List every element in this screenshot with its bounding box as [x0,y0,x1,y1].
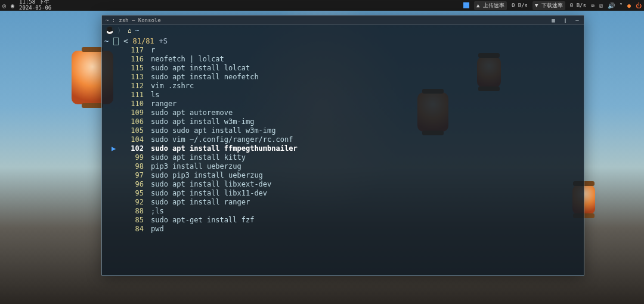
selection-caret-icon [112,82,120,91]
breadcrumb-tilde[interactable]: ~ [135,27,140,35]
selection-caret-icon [112,117,120,126]
tray-status-dot-icon[interactable]: ● [627,2,631,9]
breadcrumb-sep-icon: 〉 [117,26,124,35]
net-download-widget[interactable]: ▼ 下载速率 [532,1,565,10]
list-item[interactable]: 112vim .zshrc [104,82,584,91]
selection-caret-icon [112,162,120,171]
list-item[interactable]: 96sudo apt install libxext-dev [104,180,584,189]
terminal-body[interactable]: ~ < 81/81 +S 117r116neofetch | lolcat115… [102,36,584,275]
list-item[interactable]: 110ranger [104,100,584,108]
tux-icon [106,26,114,35]
upload-icon: ▲ [476,2,479,8]
prompt-cursor-box [113,38,119,45]
konsole-window: ~ : zsh — Konsole ▦ ⫿ — 〉 ⌂ ~ ~ < 81/81 … [101,15,584,276]
list-item[interactable]: 92sudo apt install ranger [104,198,584,207]
list-item[interactable]: 113sudo apt install neofetch [104,73,584,82]
task-square-icon[interactable] [463,2,469,8]
history-number: 116 [127,55,144,64]
prompt-angle-icon: < [123,37,128,46]
history-command: sudo apt install ffmpegthumbnailer [151,144,298,153]
history-number: 96 [127,180,144,189]
history-command: sudo pip3 install ueberzug [151,171,263,180]
top-panel: ◎ ◉ 11:58 下午 2024-05-06 ▲ 上传速率 0 B/s ▼ 下… [0,0,644,11]
breadcrumb: 〉 ⌂ ~ [102,25,584,36]
window-title-prefix: ~ : [106,17,115,23]
history-command: r [151,46,155,55]
history-number: 104 [127,135,144,144]
window-minimize-icon[interactable]: — [574,17,580,23]
history-number: 84 [127,225,144,234]
history-number: 85 [127,216,144,225]
panel-date: 2024-05-06 [19,5,51,11]
fzf-sort-flag: +S [159,37,168,46]
history-command: ls [151,91,159,100]
tray-power-icon[interactable]: ⏻ [636,2,642,9]
list-item[interactable]: 116neofetch | lolcat [104,55,584,64]
download-label: 下载速率 [541,2,563,8]
selection-caret-icon [112,108,120,117]
selection-caret-icon [112,126,120,135]
window-titlebar[interactable]: ~ : zsh — Konsole ▦ ⫿ — [102,15,584,25]
selection-caret-icon [112,153,120,162]
upload-label: 上传速率 [483,2,504,8]
activities-icon[interactable]: ◎ [2,2,6,9]
history-number: 113 [127,73,144,82]
history-command: pip3 install ueberzug [151,162,242,171]
selection-caret-icon [112,55,120,64]
history-number: 106 [127,117,144,126]
selection-caret-icon [112,91,120,100]
list-item[interactable]: 95sudo apt install libx11-dev [104,189,584,198]
selection-caret-icon [112,100,120,108]
list-item[interactable]: 117r [104,46,584,55]
history-command: vim .zshrc [151,82,194,91]
list-item[interactable]: 115sudo apt install lolcat [104,64,584,73]
home-icon[interactable]: ⌂ [128,27,132,35]
list-item[interactable]: 88;ls [104,207,584,216]
list-item[interactable]: 85sudo apt-get install fzf [104,216,584,225]
history-command: sudo vim ~/.config/ranger/rc.conf [151,135,293,144]
list-item[interactable]: ▶102sudo apt install ffmpegthumbnailer [104,144,584,153]
selection-caret-icon [112,216,120,225]
list-item[interactable]: 98pip3 install ueberzug [104,162,584,171]
fzf-match-count: 81/81 [132,37,154,46]
list-item[interactable]: 97sudo pip3 install ueberzug [104,171,584,180]
selection-caret-icon [112,189,120,198]
selection-caret-icon [112,64,120,73]
history-number: 95 [127,189,144,198]
window-layout-grid-icon[interactable]: ▦ [550,17,556,23]
fzf-prompt-row: ~ < 81/81 +S [104,37,584,46]
panel-clock[interactable]: 11:58 下午 2024-05-06 [19,0,51,11]
terminal-area[interactable]: ~ < 81/81 +S 117r116neofetch | lolcat115… [102,36,584,275]
history-command: sudo apt install kitty [151,153,246,162]
tray-keyboard-icon[interactable]: ⌨ [591,2,595,9]
fzf-history-list[interactable]: 117r116neofetch | lolcat115sudo apt inst… [104,46,584,234]
selection-caret-icon [112,73,120,82]
tray-caret-icon[interactable]: ˅ [620,2,623,9]
history-number: 88 [127,207,144,216]
list-item[interactable]: 105sudo sudo apt install w3m-img [104,126,584,135]
history-command: sudo apt install w3m-img [151,117,254,126]
window-layout-split-icon[interactable]: ⫿ [562,17,568,23]
history-command: sudo apt install libx11-dev [151,189,267,198]
list-item[interactable]: 111ls [104,91,584,100]
list-item[interactable]: 109sudo apt autoremove [104,108,584,117]
selection-caret-icon [112,207,120,216]
selection-caret-icon [112,46,120,55]
list-item[interactable]: 106sudo apt install w3m-img [104,117,584,126]
running-app-icon[interactable]: ◉ [11,2,14,9]
list-item[interactable]: 104sudo vim ~/.config/ranger/rc.conf [104,135,584,144]
history-command: sudo apt autoremove [151,108,233,117]
tray-display-icon[interactable]: ⎚ [599,2,603,9]
list-item[interactable]: 84pwd [104,225,584,234]
history-command: sudo sudo apt install w3m-img [151,126,276,135]
history-command: ranger [151,100,177,108]
history-number: 97 [127,171,144,180]
net-upload-widget[interactable]: ▲ 上传速率 [474,1,507,10]
history-command: neofetch | lolcat [151,55,224,64]
list-item[interactable]: 99sudo apt install kitty [104,153,584,162]
selection-caret-icon [112,198,120,207]
upload-value: 0 B/s [512,2,528,8]
history-command: sudo apt install libxext-dev [151,180,271,189]
tray-volume-icon[interactable]: 🔊 [608,2,615,9]
history-number: 102 [127,144,144,153]
